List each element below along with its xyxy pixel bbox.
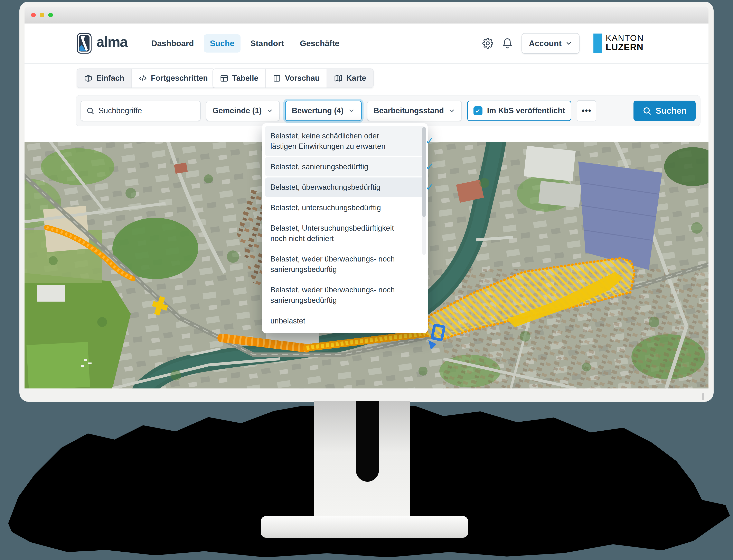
view-tabelle-button[interactable]: Tabelle	[213, 69, 266, 88]
option-label: Belastet, sanierungsbedürftig	[270, 163, 368, 171]
browser-window: alma Dashboard Suche Standort Geschäfte	[25, 7, 708, 388]
minimize-window-button[interactable]	[40, 13, 44, 17]
filter-bearbeitungsstand[interactable]: Bearbeitungsstand	[367, 101, 462, 121]
dropdown-option[interactable]: unbelastet	[265, 311, 425, 331]
page: { "window": { "traffic_lights": ["close"…	[0, 0, 733, 560]
alma-logo-icon	[77, 33, 92, 54]
check-icon: ✓	[426, 181, 434, 194]
search-icon	[642, 106, 651, 115]
dropdown-scrollbar-thumb[interactable]	[422, 127, 426, 217]
app-header: alma Dashboard Suche Standort Geschäfte	[25, 24, 708, 64]
check-icon: ✓	[426, 134, 434, 148]
chevron-down-icon	[448, 107, 455, 114]
filter-bewertung-label: Bewertung (4)	[292, 106, 344, 115]
filter-bewertung[interactable]: Bewertung (4)	[285, 101, 362, 121]
search-field[interactable]	[81, 101, 201, 121]
kanton-luzern-logo: KANTON LUZERN	[593, 34, 644, 53]
suchen-label: Suchen	[656, 106, 687, 116]
filter-kbs-label: Im KbS veröffentlicht	[487, 106, 565, 115]
view-toolbar: Einfach Fortgeschritten Tabelle Vorsc	[25, 64, 708, 88]
option-label: Belastet, weder überwachungs- noch sanie…	[270, 255, 395, 274]
dropdown-option[interactable]: Belastet, keine schädlichen oder lästige…	[265, 126, 425, 156]
more-filters-button[interactable]: •••	[577, 100, 596, 121]
dropdown-scrollbar[interactable]	[422, 127, 426, 255]
view-tabelle-label: Tabelle	[232, 74, 258, 83]
filter-gemeinde-label: Gemeinde (1)	[213, 106, 262, 115]
search-filter-bar: Gemeinde (1) Bewertung (4) Bearbeitungss…	[76, 95, 700, 126]
kanton-logo-bar	[593, 34, 602, 53]
notifications-button[interactable]	[502, 38, 513, 49]
account-label: Account	[529, 39, 561, 48]
view-karte-label: Karte	[346, 74, 366, 83]
close-window-button[interactable]	[31, 13, 36, 17]
option-label: unbelastet	[270, 317, 305, 325]
account-menu-button[interactable]: Account	[521, 33, 579, 54]
dropdown-option[interactable]: Belastet, überwachungsbedürftig ✓	[265, 177, 425, 197]
view-button-group: Tabelle Vorschau Karte	[213, 68, 373, 88]
monitor-stand-slot	[356, 401, 379, 482]
kanton-logo-line1: KANTON	[606, 34, 644, 43]
brand-wordmark: alma	[96, 34, 128, 50]
check-icon: ✓	[426, 160, 434, 173]
option-label: Belastet, keine schädlichen oder lästige…	[270, 132, 385, 150]
main-nav: Dashboard Suche Standort Geschäfte	[145, 24, 346, 63]
settings-button[interactable]	[482, 38, 493, 49]
zoom-window-button[interactable]	[48, 13, 53, 17]
bell-icon	[502, 38, 513, 49]
checkbox-checked-icon: ✓	[473, 106, 482, 115]
search-input[interactable]	[98, 106, 195, 115]
code-icon	[139, 74, 147, 83]
table-icon	[220, 74, 229, 83]
chevron-down-icon	[266, 107, 273, 114]
chevron-down-icon	[348, 107, 355, 114]
view-karte-button[interactable]: Karte	[327, 69, 373, 88]
ellipsis-icon: •••	[582, 106, 591, 115]
dropdown-option[interactable]: Belastet, untersuchungsbedürftig	[265, 198, 425, 217]
mode-fortgeschritten-button[interactable]: Fortgeschritten	[132, 69, 215, 88]
mode-einfach-label: Einfach	[96, 74, 124, 83]
filter-kbs-checkbox[interactable]: ✓ Im KbS veröffentlicht	[467, 101, 571, 121]
view-vorschau-button[interactable]: Vorschau	[266, 69, 327, 88]
filter-bearbeitungsstand-label: Bearbeitungsstand	[373, 106, 444, 115]
chevron-down-icon	[565, 40, 572, 47]
nav-geschaefte[interactable]: Geschäfte	[294, 34, 346, 53]
mode-button-group: Einfach Fortgeschritten	[77, 68, 215, 88]
nav-suche[interactable]: Suche	[204, 34, 241, 53]
monitor-stand-base	[261, 516, 468, 538]
nav-dashboard[interactable]: Dashboard	[145, 34, 200, 53]
dropdown-option[interactable]: Belastet, Untersuchungsbedürftigkeit noc…	[265, 218, 425, 248]
dropdown-option[interactable]: Belastet, sanierungsbedürftig ✓	[265, 157, 425, 176]
dropdown-option[interactable]: Belastet, weder überwachungs- noch sanie…	[265, 249, 425, 279]
option-label: Belastet, überwachungsbedürftig	[270, 183, 380, 191]
gear-icon	[482, 38, 493, 49]
view-vorschau-label: Vorschau	[285, 74, 320, 83]
kanton-logo-line2: LUZERN	[606, 43, 644, 52]
bewertung-dropdown-panel: Belastet, keine schädlichen oder lästige…	[262, 123, 428, 333]
nav-standort[interactable]: Standort	[244, 34, 290, 53]
mode-einfach-button[interactable]: Einfach	[77, 69, 132, 88]
columns-icon	[273, 74, 281, 83]
option-label: Belastet, Untersuchungsbedürftigkeit noc…	[270, 224, 394, 243]
search-icon	[86, 107, 94, 115]
window-titlebar	[25, 7, 708, 24]
input-cursor-icon	[84, 74, 93, 83]
filter-gemeinde[interactable]: Gemeinde (1)	[206, 101, 280, 121]
header-actions: Account KANTON LUZERN	[482, 24, 708, 63]
monitor-power-button[interactable]	[702, 393, 704, 400]
option-label: Belastet, untersuchungsbedürftig	[270, 203, 381, 212]
dropdown-option[interactable]: Belastet, weder überwachungs- noch sanie…	[265, 280, 425, 310]
map-icon	[334, 74, 343, 83]
suchen-button[interactable]: Suchen	[633, 101, 696, 121]
mode-fortgeschritten-label: Fortgeschritten	[151, 74, 208, 83]
option-label: Belastet, weder überwachungs- noch sanie…	[270, 286, 395, 304]
